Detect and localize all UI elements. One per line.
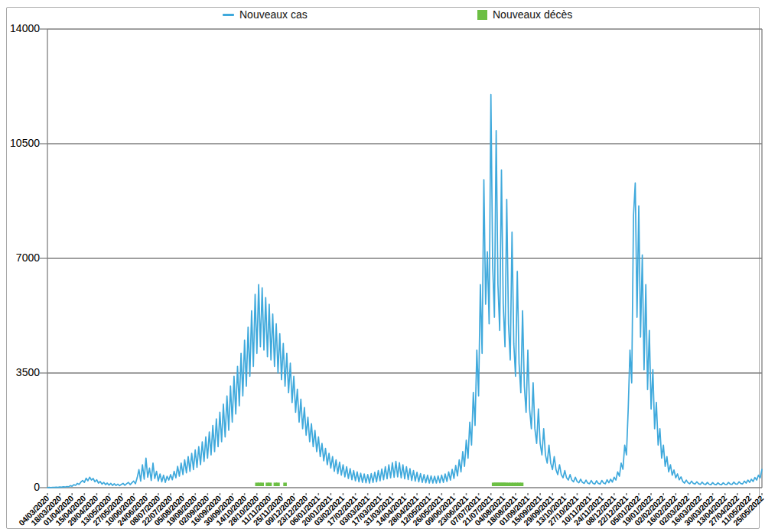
cases-line	[47, 95, 762, 488]
y-axis-label: 7000	[0, 251, 40, 264]
y-axis-label: 0	[0, 481, 40, 493]
chart-plot-area	[0, 0, 765, 532]
deaths-marker	[260, 482, 264, 486]
deaths-marker	[269, 482, 272, 486]
chart-canvas: Nouveaux cas Nouveaux décès 035007000105…	[0, 0, 765, 532]
y-axis-label: 3500	[0, 366, 40, 378]
y-axis-label: 14000	[0, 22, 40, 34]
deaths-marker	[276, 482, 280, 486]
deaths-marker	[520, 482, 524, 486]
y-axis-label: 10500	[0, 137, 40, 149]
deaths-marker	[283, 482, 287, 486]
